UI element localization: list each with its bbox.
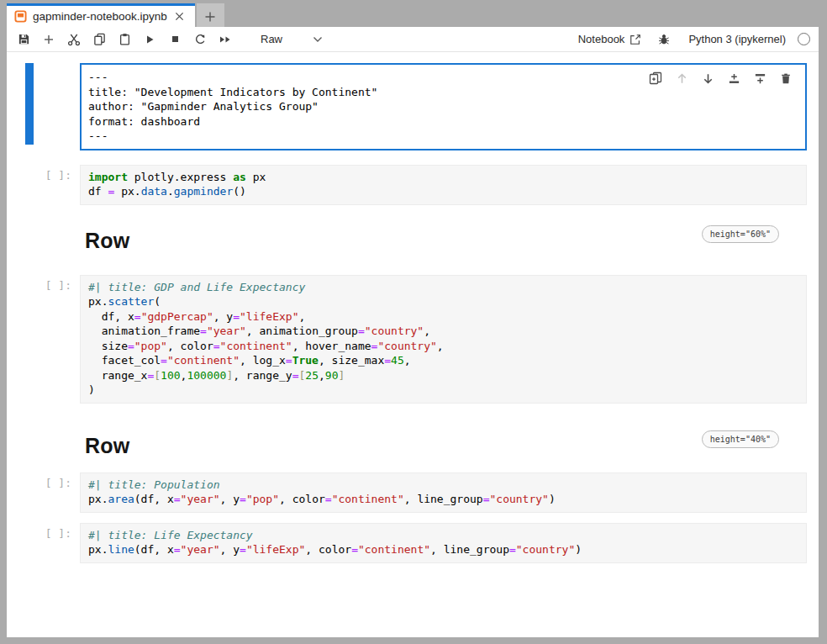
lifeexp-cell-source: #| title: Life Expectancypx.line(df, x="… <box>81 524 806 562</box>
imports-cell-editor[interactable]: import plotly.express as pxdf = px.data.… <box>80 165 807 205</box>
kernel-status-icon <box>798 33 810 45</box>
code-cell-scatter: [ ]: #| title: GDP and Life Expectancypx… <box>7 275 807 404</box>
cell-prompt <box>7 63 80 150</box>
chevron-down-icon <box>313 36 323 43</box>
code-cell-imports: [ ]: import plotly.express as pxdf = px.… <box>7 165 807 205</box>
scatter-cell-source: #| title: GDP and Life Expectancypx.scat… <box>81 276 806 403</box>
markdown-cell-row1[interactable]: Row height="60%" <box>80 224 807 253</box>
notebook-toolbar: Raw Notebook Python 3 (ipykernel) <box>7 27 819 52</box>
new-tab-icon <box>204 11 216 23</box>
insert-below-icon <box>754 72 766 85</box>
cell-toolbar <box>645 69 796 87</box>
paste-button[interactable] <box>114 29 134 50</box>
cut-button[interactable] <box>64 29 84 50</box>
area-cell-source: #| title: Populationpx.area(df, x="year"… <box>81 473 806 512</box>
cell-prompt: [ ]: <box>7 472 80 513</box>
run-all-button[interactable] <box>215 29 235 50</box>
move-down-icon <box>702 72 714 85</box>
lifeexp-cell-editor[interactable]: #| title: Life Expectancypx.line(df, x="… <box>80 523 807 563</box>
cell-prompt: [ ]: <box>7 165 80 205</box>
code-cell-area: [ ]: #| title: Populationpx.area(df, x="… <box>7 472 807 513</box>
notebook-content: ---title: "Development Indicators by Con… <box>7 52 819 637</box>
raw-cell-editor[interactable]: ---title: "Development Indicators by Con… <box>80 63 807 150</box>
new-tab-button[interactable] <box>197 3 224 27</box>
move-up-button[interactable] <box>673 70 690 87</box>
row-heading: Row <box>85 434 129 458</box>
insert-above-button[interactable] <box>725 70 742 87</box>
delete-icon <box>780 72 792 85</box>
notebook-link-label: Notebook <box>578 33 625 45</box>
cut-icon <box>67 33 81 46</box>
notebook-panel: Raw Notebook Python 3 (ipykernel) <box>7 27 819 637</box>
add-cell-button[interactable] <box>39 29 59 50</box>
restart-button[interactable] <box>190 29 210 50</box>
cell-prompt: [ ]: <box>7 523 80 563</box>
copy-icon <box>93 33 106 45</box>
tab-label: gapminder-notebook.ipynb <box>33 10 167 23</box>
save-icon <box>18 33 30 45</box>
run-button[interactable] <box>140 29 160 50</box>
stop-icon <box>170 34 181 45</box>
cell-prompt: [ ]: <box>7 275 80 404</box>
cell-type-value: Raw <box>261 33 282 45</box>
scatter-cell-editor[interactable]: #| title: GDP and Life Expectancypx.scat… <box>80 275 807 404</box>
move-up-icon <box>676 72 688 85</box>
jupyterlab-window: gapminder-notebook.ipynb <box>0 0 827 644</box>
close-icon[interactable] <box>173 10 187 24</box>
height-badge: height="40%" <box>702 430 779 448</box>
row-heading: Row <box>85 229 129 253</box>
imports-cell-source: import plotly.express as pxdf = px.data.… <box>81 166 806 204</box>
kernel-name[interactable]: Python 3 (ipykernel) <box>688 33 786 45</box>
tab-notebook[interactable]: gapminder-notebook.ipynb <box>7 3 195 27</box>
notebook-view-link[interactable]: Notebook <box>578 33 642 45</box>
external-link-icon <box>629 34 641 45</box>
duplicate-cell-button[interactable] <box>647 70 664 87</box>
notebook-file-icon <box>14 10 27 23</box>
area-cell-editor[interactable]: #| title: Populationpx.area(df, x="year"… <box>80 472 807 513</box>
stop-button[interactable] <box>165 29 185 50</box>
add-cell-icon <box>43 34 55 45</box>
run-all-icon <box>219 34 232 45</box>
run-icon <box>144 34 155 45</box>
height-badge: height="60%" <box>702 225 779 243</box>
paste-icon <box>119 33 131 45</box>
toolbar-right: Notebook Python 3 (ipykernel) <box>578 33 810 45</box>
bug-icon <box>658 34 670 45</box>
tab-bar: gapminder-notebook.ipynb <box>7 0 819 27</box>
code-cell-lifeexp: [ ]: #| title: Life Expectancypx.line(df… <box>7 523 807 563</box>
move-down-button[interactable] <box>699 70 716 87</box>
insert-below-button[interactable] <box>751 70 768 87</box>
restart-icon <box>194 33 207 45</box>
debugger-toggle[interactable] <box>658 34 670 45</box>
copy-button[interactable] <box>89 29 109 50</box>
markdown-cell-row2[interactable]: Row height="40%" <box>80 429 807 458</box>
save-button[interactable] <box>13 29 34 50</box>
duplicate-icon <box>649 71 662 85</box>
raw-cell: ---title: "Development Indicators by Con… <box>7 63 807 150</box>
active-cell-indicator[interactable] <box>25 63 34 145</box>
delete-cell-button[interactable] <box>777 70 794 87</box>
cell-type-dropdown[interactable]: Raw <box>261 33 323 45</box>
insert-above-icon <box>728 72 740 85</box>
